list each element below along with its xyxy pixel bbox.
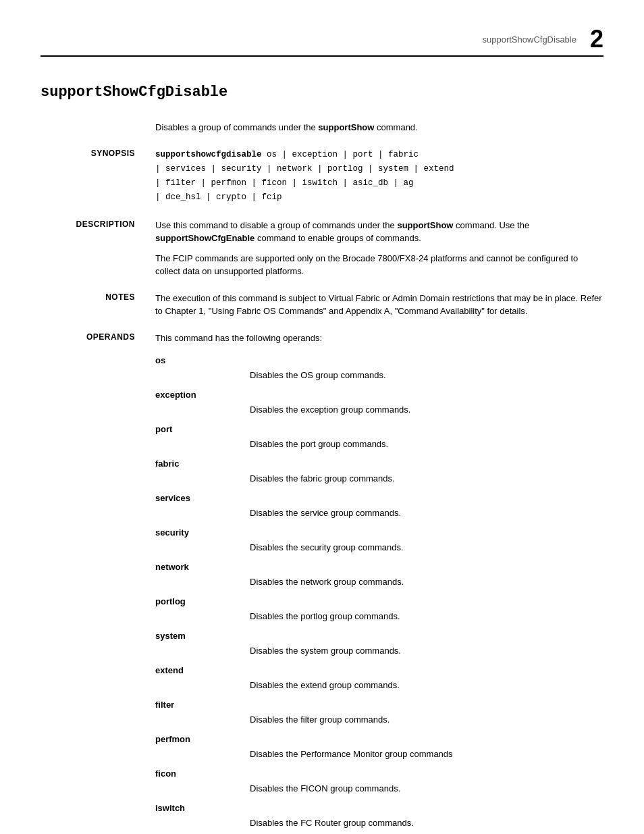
operand-desc: Disables the security group commands. — [155, 541, 603, 554]
operand-term: extend — [155, 664, 603, 677]
operand-term: security — [155, 526, 603, 540]
operand-desc: Disables the FICON group commands. — [155, 782, 603, 796]
operand-desc: Disables the extend group commands. — [155, 679, 603, 692]
operand-block: securityDisables the security group comm… — [155, 526, 603, 554]
operand-block: exceptionDisables the exception group co… — [155, 388, 603, 416]
operand-desc: Disables the FC Router group commands. — [155, 816, 603, 830]
operand-desc: Disables the network group commands. — [155, 575, 603, 589]
operand-block: ficonDisables the FICON group commands. — [155, 767, 603, 795]
operands-intro: This command has the following operands: — [155, 332, 603, 345]
operand-desc: Disables the Performance Monitor group c… — [155, 748, 603, 761]
synopsis-line2: | services | security | network | portlo… — [155, 164, 454, 174]
operand-term: port — [155, 423, 603, 436]
intro-bold: supportShow — [318, 122, 374, 132]
operand-block: systemDisables the system group commands… — [155, 629, 603, 657]
operands-list: osDisables the OS group commands.excepti… — [155, 354, 603, 829]
intro-section: Disables a group of commands under the s… — [47, 121, 603, 134]
page: supportShowCfgDisable 2 supportShowCfgDi… — [0, 0, 644, 834]
operands-section: OPERANDS This command has the following … — [47, 332, 603, 835]
desc-p1-bold: supportShow — [397, 220, 453, 230]
operands-label: OPERANDS — [47, 332, 155, 835]
operand-term: services — [155, 492, 603, 505]
operand-term: system — [155, 629, 603, 643]
header-chapter: 2 — [590, 27, 603, 51]
synopsis-line1-bold: supportshowcfgdisable — [155, 150, 262, 159]
description-content: Use this command to disable a group of c… — [155, 219, 603, 278]
operand-block: filterDisables the filter group commands… — [155, 698, 603, 726]
page-header: supportShowCfgDisable 2 — [41, 27, 603, 57]
command-title: supportShowCfgDisable — [41, 84, 603, 101]
notes-label: NOTES — [47, 292, 155, 318]
description-section: DESCRIPTION Use this command to disable … — [47, 219, 603, 278]
synopsis-line3: | filter | perfmon | ficon | iswitch | a… — [155, 178, 414, 188]
operand-desc: Disables the service group commands. — [155, 506, 603, 520]
desc-p1-end: command to enable groups of commands. — [254, 233, 421, 243]
intro-label — [47, 121, 155, 134]
operands-content: This command has the following operands:… — [155, 332, 603, 835]
synopsis-line4: | dce_hsl | crypto | fcip — [155, 192, 282, 202]
operand-term: portlog — [155, 595, 603, 608]
description-para1: Use this command to disable a group of c… — [155, 219, 603, 245]
operand-block: fabricDisables the fabric group commands… — [155, 457, 603, 485]
operand-block: networkDisables the network group comman… — [155, 561, 603, 588]
operand-desc: Disables the filter group commands. — [155, 713, 603, 727]
operand-term: ficon — [155, 767, 603, 781]
desc-p1-bold2: supportShowCfgEnable — [155, 233, 254, 243]
intro-content: Disables a group of commands under the s… — [155, 121, 603, 134]
operand-desc: Disables the system group commands. — [155, 644, 603, 658]
operand-desc: Disables the exception group commands. — [155, 403, 603, 417]
operand-term: os — [155, 354, 603, 367]
operand-term: fabric — [155, 457, 603, 471]
operand-block: osDisables the OS group commands. — [155, 354, 603, 382]
synopsis-label: SYNOPSIS — [47, 148, 155, 205]
operand-term: filter — [155, 698, 603, 712]
operand-term: exception — [155, 388, 603, 402]
notes-section: NOTES The execution of this command is s… — [47, 292, 603, 318]
description-para2: The FCIP commands are supported only on … — [155, 252, 603, 278]
header-title: supportShowCfgDisable — [483, 34, 576, 45]
operand-desc: Disables the portlog group commands. — [155, 610, 603, 623]
operand-term: iswitch — [155, 802, 603, 815]
operand-block: portDisables the port group commands. — [155, 423, 603, 450]
operand-block: perfmonDisables the Performance Monitor … — [155, 733, 603, 760]
content-area: Disables a group of commands under the s… — [41, 121, 603, 834]
description-label: DESCRIPTION — [47, 219, 155, 278]
operand-block: iswitchDisables the FC Router group comm… — [155, 802, 603, 829]
notes-content: The execution of this command is subject… — [155, 292, 603, 318]
operand-block: extendDisables the extend group commands… — [155, 664, 603, 692]
intro-end: command. — [374, 122, 417, 132]
operand-desc: Disables the OS group commands. — [155, 369, 603, 382]
desc-p1-start: Use this command to disable a group of c… — [155, 220, 397, 230]
desc-p1-mid: command. Use the — [453, 220, 529, 230]
operand-block: servicesDisables the service group comma… — [155, 492, 603, 519]
synopsis-line1-rest: os | exception | port | fabric — [262, 150, 419, 159]
operand-desc: Disables the port group commands. — [155, 438, 603, 451]
intro-text: Disables a group of commands under the — [155, 122, 318, 132]
synopsis-section: SYNOPSIS supportshowcfgdisable os | exce… — [47, 148, 603, 205]
operand-desc: Disables the fabric group commands. — [155, 472, 603, 486]
operand-term: network — [155, 561, 603, 574]
synopsis-content: supportshowcfgdisable os | exception | p… — [155, 148, 603, 205]
operand-term: perfmon — [155, 733, 603, 746]
operand-block: portlogDisables the portlog group comman… — [155, 595, 603, 623]
